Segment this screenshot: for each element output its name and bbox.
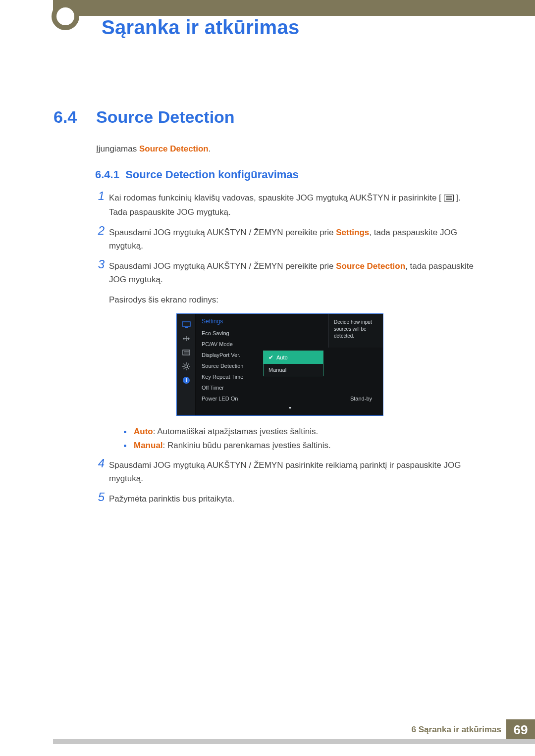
list-icon <box>177 346 196 359</box>
osd-option-label: Auto <box>276 354 288 360</box>
osd-row: Power LED On Stand-by <box>202 393 378 404</box>
osd-option-label: Manual <box>268 367 286 373</box>
check-icon: ✔ <box>268 354 273 361</box>
step-number: 5 <box>92 490 105 504</box>
menu-icon <box>444 192 454 205</box>
osd-main: Decide how input sources will be detecte… <box>196 314 383 415</box>
svg-rect-5 <box>185 327 188 328</box>
intro-highlight: Source Detection <box>139 144 209 153</box>
footer-label: 6 Sąranka ir atkūrimas <box>412 725 501 735</box>
intro-text: Įjungiamas Source Detection. <box>96 143 211 155</box>
gear-icon <box>177 359 196 373</box>
bullet-label: Auto <box>134 427 153 436</box>
footer-strip <box>53 739 535 744</box>
step-highlight: Settings <box>336 228 369 237</box>
monitor-icon <box>177 318 196 332</box>
step-highlight: Source Detection <box>336 261 405 271</box>
osd-row: Off Timer <box>202 382 378 393</box>
step-text: Spausdami JOG mygtuką AUKŠTYN / ŽEMYN pe… <box>109 261 336 271</box>
step-item: 1 Kai rodomas funkcinių klavišų vadovas,… <box>92 191 479 219</box>
resize-icon <box>177 332 196 346</box>
osd-option: Manual <box>264 364 323 376</box>
svg-rect-6 <box>183 350 190 355</box>
osd-help-text: Decide how input sources will be detecte… <box>328 314 383 348</box>
intro-suffix: . <box>209 144 211 153</box>
step-text: Kai rodomas funkcinių klavišų vadovas, s… <box>109 193 441 202</box>
intro-prefix: Įjungiamas <box>96 144 139 153</box>
step-item: 5 Pažymėta parinktis bus pritaikyta. <box>92 492 479 505</box>
info-icon: i <box>177 373 196 387</box>
steps-list: 1 Kai rodomas funkcinių klavišų vadovas,… <box>92 191 479 512</box>
subsection-heading: 6.4.1 Source Detection konfigūravimas <box>95 168 299 181</box>
step-number: 3 <box>92 257 105 271</box>
osd-sidebar: i <box>177 314 196 415</box>
page-number: 69 <box>506 719 535 740</box>
osd-row-label: Power LED On <box>202 396 238 402</box>
osd-row-label: Key Repeat Time <box>202 374 243 380</box>
section-number: 6.4 <box>54 107 77 127</box>
osd-row-label: Eco Saving <box>202 330 229 336</box>
svg-rect-4 <box>182 322 190 326</box>
step-item: 2 Spausdami JOG mygtuką AUKŠTYN / ŽEMYN … <box>92 226 479 252</box>
chevron-down-icon: ▾ <box>202 405 378 410</box>
step-number: 1 <box>92 189 105 202</box>
bullet-text: : Automatiškai atpažįstamas įvesties šal… <box>153 427 319 436</box>
step-number: 2 <box>92 224 105 237</box>
svg-text:i: i <box>185 377 187 383</box>
chapter-badge-circle <box>52 2 79 30</box>
footer: 6 Sąranka ir atkūrimas 69 <box>53 719 535 740</box>
top-band <box>53 0 535 16</box>
step-text: Spausdami JOG mygtuką AUKŠTYN / ŽEMYN pa… <box>109 460 461 483</box>
step-text: Spausdami JOG mygtuką AUKŠTYN / ŽEMYN pe… <box>109 228 336 237</box>
osd-row-label: Source Detection <box>202 363 243 369</box>
osd-option-selected: ✔ Auto <box>264 351 323 364</box>
osd-row-label: PC/AV Mode <box>202 341 233 347</box>
step-item: 4 Spausdami JOG mygtuką AUKŠTYN / ŽEMYN … <box>92 458 479 485</box>
step-text: Pažymėta parinktis bus pritaikyta. <box>109 494 234 504</box>
step-after-text: Pasirodys šis ekrano rodinys: <box>92 293 479 306</box>
osd-popover: ✔ Auto Manual <box>263 351 323 376</box>
osd-screenshot: i Decide how input sources will be detec… <box>176 313 383 416</box>
bullet-text: : Rankiniu būdu parenkamas įvesties šalt… <box>163 441 331 450</box>
subsection-title: Source Detection konfigūravimas <box>125 168 299 181</box>
svg-point-9 <box>185 365 188 368</box>
bullet-list: Auto: Automatiškai atpažįstamas įvesties… <box>124 425 479 453</box>
osd-row-value: Stand-by <box>350 396 372 402</box>
osd-row-label: DisplayPort Ver. <box>202 352 240 358</box>
step-number: 4 <box>92 456 105 470</box>
subsection-number: 6.4.1 <box>95 168 119 181</box>
bullet-item: Auto: Automatiškai atpažįstamas įvesties… <box>124 425 479 439</box>
osd-row-label: Off Timer <box>202 385 224 391</box>
bullet-item: Manual: Rankiniu būdu parenkamas įvestie… <box>124 439 479 453</box>
step-item: 3 Spausdami JOG mygtuką AUKŠTYN / ŽEMYN … <box>92 259 479 286</box>
section-title: Source Detection <box>96 107 235 127</box>
bullet-label: Manual <box>134 441 163 450</box>
chapter-title: Sąranka ir atkūrimas <box>102 16 300 39</box>
